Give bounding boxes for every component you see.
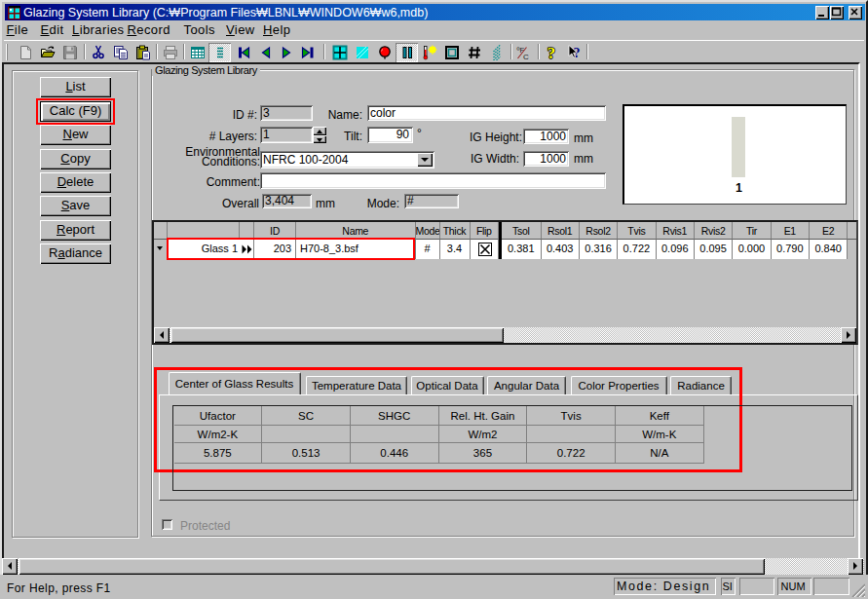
- svg-text:?: ?: [547, 45, 555, 60]
- svg-text:C: C: [523, 53, 529, 60]
